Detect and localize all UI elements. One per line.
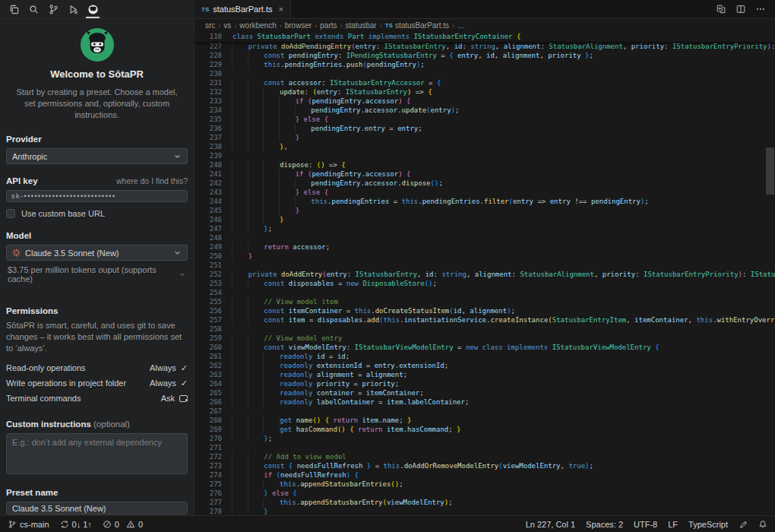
code-line[interactable]: 250} — [195, 252, 775, 261]
breadcrumb-item[interactable]: src — [205, 21, 215, 30]
code-line[interactable]: 268get name() { return item.name; } — [195, 416, 775, 425]
breadcrumb-item[interactable]: … — [457, 21, 465, 30]
problems-indicator[interactable]: 0 0 — [103, 520, 143, 529]
code-content[interactable]: 227private doAddPendingEntry(entry: ISta… — [195, 42, 775, 515]
cursor-position[interactable]: Ln 227, Col 1 — [526, 520, 575, 529]
editor-scrollbar[interactable] — [766, 147, 774, 195]
code-line[interactable]: 246} — [195, 215, 775, 224]
more-actions-icon[interactable] — [755, 4, 766, 14]
code-line[interactable]: 266readonly labelContainer = item.labelC… — [195, 397, 775, 407]
git-branch-indicator[interactable]: cs-main — [8, 520, 49, 529]
api-key-help-link[interactable]: where do I find this? — [116, 176, 188, 185]
code-line[interactable]: 273const { needsFullRefresh } = this.doA… — [195, 461, 775, 470]
breadcrumb-item[interactable]: browser — [285, 21, 312, 30]
code-line[interactable]: 274if (needsFullRefresh) { — [195, 470, 775, 480]
code-line[interactable]: 228const pendingEntry: IPendingStatusbar… — [195, 51, 775, 60]
code-line[interactable]: 245} — [195, 206, 775, 215]
indentation-indicator[interactable]: Spaces: 2 — [586, 520, 623, 529]
code-line[interactable]: 276} else { — [195, 489, 775, 498]
sotapr-extension-icon[interactable] — [84, 0, 102, 18]
checkbox-icon[interactable] — [6, 209, 15, 218]
breadcrumb-item[interactable]: vs — [223, 21, 231, 30]
search-icon[interactable] — [24, 0, 43, 18]
code-line[interactable]: 239 — [195, 151, 775, 160]
activity-bar — [0, 0, 195, 18]
code-line[interactable]: 275this.appendStatusbarEntries(); — [195, 480, 775, 489]
provider-select[interactable]: Anthropic — [6, 148, 188, 164]
tab-statusbarpart[interactable]: TS statusBarPart.ts × — [195, 0, 291, 18]
line-number: 237 — [195, 133, 222, 142]
code-line[interactable]: 256const itemContainer = this.doCreateSt… — [195, 306, 775, 315]
code-line[interactable]: 277this.appendStatusbarEntry(viewModelEn… — [195, 498, 775, 507]
code-line[interactable]: 230 — [195, 69, 775, 78]
close-tab-icon[interactable]: × — [279, 5, 283, 14]
code-line[interactable]: 272// Add to view model — [195, 452, 775, 461]
permission-value[interactable]: Ask — [161, 394, 188, 403]
feedback-icon[interactable] — [739, 520, 748, 529]
sync-indicator[interactable]: 0↓ 1↑ — [60, 520, 92, 529]
language-indicator[interactable]: TypeScript — [688, 520, 728, 529]
custom-instructions-textarea[interactable] — [6, 433, 188, 474]
code-line[interactable]: 252private doAddEntry(entry: IStatusbarE… — [195, 270, 775, 279]
code-line[interactable]: 241if (pendingEntry.accessor) { — [195, 169, 775, 179]
custom-base-url-checkbox[interactable]: Use custom base URL — [6, 209, 188, 218]
permission-value[interactable]: Always✓ — [150, 363, 188, 373]
code-line[interactable]: 238}, — [195, 142, 775, 151]
code-line[interactable]: 244this.pendingEntries = this.pendingEnt… — [195, 197, 775, 206]
code-line[interactable]: 249return accessor; — [195, 242, 775, 252]
code-line[interactable]: 243} else { — [195, 188, 775, 197]
line-number: 260 — [195, 343, 222, 352]
code-line[interactable]: 242pendingEntry.accessor.dispose(); — [195, 179, 775, 188]
code-line[interactable]: 267 — [195, 407, 775, 416]
breadcrumb-item[interactable]: statusbar — [346, 21, 377, 30]
code-line[interactable]: 118class StatusbarPart extends Part impl… — [195, 32, 775, 41]
code-line[interactable]: 263readonly alignment = alignment; — [195, 370, 775, 379]
code-line[interactable]: 265readonly container = itemContainer; — [195, 388, 775, 397]
split-editor-icon[interactable] — [735, 4, 746, 14]
breadcrumb-item[interactable]: workbench — [239, 21, 276, 30]
code-line[interactable]: 261readonly id = id; — [195, 352, 775, 361]
code-line[interactable]: 262readonly extensionId = entry.extensio… — [195, 361, 775, 370]
encoding-indicator[interactable]: UTF-8 — [634, 520, 657, 529]
code-line[interactable]: 236pendingEntry.entry = entry; — [195, 124, 775, 133]
breadcrumb-item[interactable]: parts — [320, 21, 337, 30]
notifications-bell-icon[interactable] — [758, 520, 767, 529]
code-line[interactable]: 229this.pendingEntries.push(pendingEntry… — [195, 60, 775, 69]
code-line[interactable]: 264readonly priority = priority; — [195, 379, 775, 388]
run-and-debug-icon[interactable] — [64, 0, 82, 18]
source-control-icon[interactable] — [44, 0, 62, 18]
preset-name-input[interactable] — [6, 502, 188, 515]
code-line[interactable]: 251 — [195, 261, 775, 270]
model-pricing-row[interactable]: $3.75 per million tokens ouput (supports… — [6, 265, 188, 283]
code-line[interactable]: 278} — [195, 507, 775, 515]
code-line[interactable]: 269get hasCommand() { return item.hasCom… — [195, 425, 775, 434]
api-key-input[interactable]: sk-•••••••••••••••••••••••••• — [6, 190, 188, 202]
code-line[interactable]: 235} else { — [195, 115, 775, 124]
code-line[interactable]: 240dispose: () => { — [195, 160, 775, 169]
code-line[interactable]: 258 — [195, 325, 775, 334]
code-line[interactable]: 253const disposables = new DisposableSto… — [195, 279, 775, 288]
code-line[interactable]: 257const item = disposables.add(this.ins… — [195, 315, 775, 325]
code-line[interactable]: 232update: (entry: IStatusbarEntry) => { — [195, 87, 775, 97]
code-line[interactable]: 259// View model entry — [195, 334, 775, 343]
code-line[interactable]: 260const viewModelEntry: IStatusbarViewM… — [195, 343, 775, 352]
code-line[interactable]: 233if (pendingEntry.accessor) { — [195, 97, 775, 106]
breadcrumb-separator: › — [280, 22, 282, 30]
code-line[interactable]: 270}; — [195, 434, 775, 443]
code-line[interactable]: 254 — [195, 288, 775, 297]
permission-value[interactable]: Always✓ — [150, 378, 188, 388]
explorer-icon[interactable] — [5, 0, 23, 18]
code-line[interactable]: 227private doAddPendingEntry(entry: ISta… — [195, 42, 775, 51]
code-line[interactable]: 231const accessor: IStatusbarEntryAccess… — [195, 78, 775, 87]
code-line[interactable]: 255// View model item — [195, 297, 775, 306]
open-changes-icon[interactable] — [716, 4, 726, 14]
code-line[interactable]: 247}; — [195, 224, 775, 233]
code-line[interactable]: 234pendingEntry.accessor.update(entry); — [195, 106, 775, 115]
sticky-scroll-line[interactable]: 118class StatusbarPart extends Part impl… — [195, 32, 775, 42]
model-select[interactable]: Claude 3.5 Sonnet (New) — [6, 245, 188, 261]
code-line[interactable]: 237} — [195, 133, 775, 142]
code-line[interactable]: 248 — [195, 233, 775, 242]
eol-indicator[interactable]: LF — [668, 520, 678, 529]
code-line[interactable]: 271 — [195, 443, 775, 452]
breadcrumb-item[interactable]: TSstatusBarPart.ts — [385, 21, 449, 30]
